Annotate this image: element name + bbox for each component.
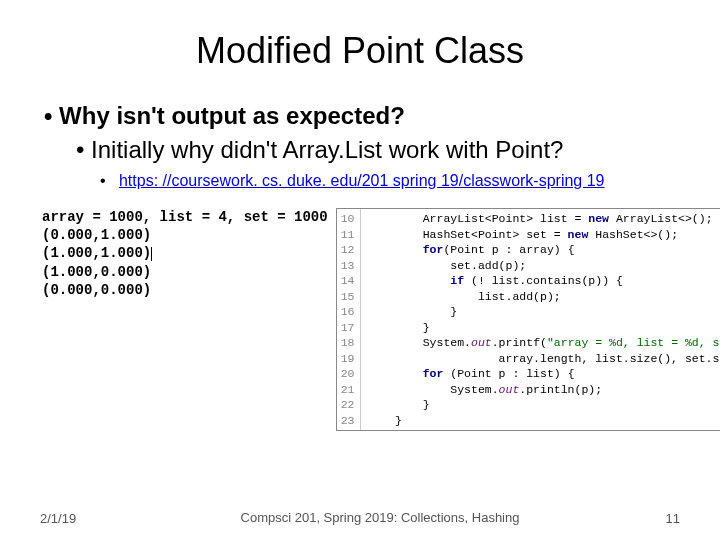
string: "array = %d, list = %d, set = %d\n" [547,336,720,349]
keyword: new [568,228,589,241]
code-text: list.add(p); [367,290,560,303]
code-text: System. [367,336,471,349]
field: out [471,336,492,349]
code-text: System. [367,383,498,396]
code-text: ArrayList<>(); [609,212,713,225]
output-line: (0.000,1.000) [42,227,151,243]
output-line: (1.000,0.000) [42,264,151,280]
code-text: (Point p : array) { [443,243,574,256]
footer-page-number: 11 [600,511,720,526]
code-text: } [367,414,402,427]
program-output: array = 1000, list = 4, set = 1000 (0.00… [40,208,328,431]
footer-course: Compsci 201, Spring 2019: Collections, H… [160,510,600,526]
code-text: .printf( [492,336,547,349]
bullet-level-3: https: //coursework. cs. duke. edu/201 s… [100,172,680,190]
keyword: for [423,367,444,380]
bullet-level-2: Initially why didn't Array.List work wit… [76,136,680,164]
slide-title: Modified Point Class [40,30,680,72]
output-line: (0.000,0.000) [42,282,151,298]
keyword: if [450,274,464,287]
code-editor: 10 11 12 13 14 15 16 17 18 19 20 21 22 2… [336,208,720,431]
code-text: } [367,321,429,334]
code-text [367,243,422,256]
code-text: HashSet<Point> set = [367,228,567,241]
code-text: HashSet<>(); [588,228,678,241]
code-text: ArrayList<Point> list = [367,212,588,225]
output-line: array = 1000, list = 4, set = 1000 [42,209,328,225]
code-text [367,274,450,287]
code-text: set.add(p); [367,259,526,272]
code-text [367,367,422,380]
code-text: (Point p : list) { [443,367,574,380]
code-body: ArrayList<Point> list = new ArrayList<>(… [361,209,720,430]
text-cursor-icon [151,247,152,261]
slide-footer: 2/1/19 Compsci 201, Spring 2019: Collect… [0,510,720,526]
output-line: (1.000,1.000) [42,245,151,261]
content-row: array = 1000, list = 4, set = 1000 (0.00… [40,208,680,431]
coursework-link[interactable]: https: //coursework. cs. duke. edu/201 s… [119,172,605,189]
code-text: } [367,305,457,318]
bullet-level-1: Why isn't output as expected? [44,102,680,130]
code-text: .println(p); [519,383,602,396]
keyword: for [423,243,444,256]
code-text: } [367,398,429,411]
field: out [499,383,520,396]
code-text: (! list.contains(p)) { [464,274,623,287]
slide: Modified Point Class Why isn't output as… [0,0,720,540]
bullet-list: Why isn't output as expected? Initially … [40,102,680,190]
line-gutter: 10 11 12 13 14 15 16 17 18 19 20 21 22 2… [337,209,362,430]
footer-date: 2/1/19 [0,511,160,526]
keyword: new [588,212,609,225]
code-text: array.length, list.size(), set.size()); [367,352,720,365]
